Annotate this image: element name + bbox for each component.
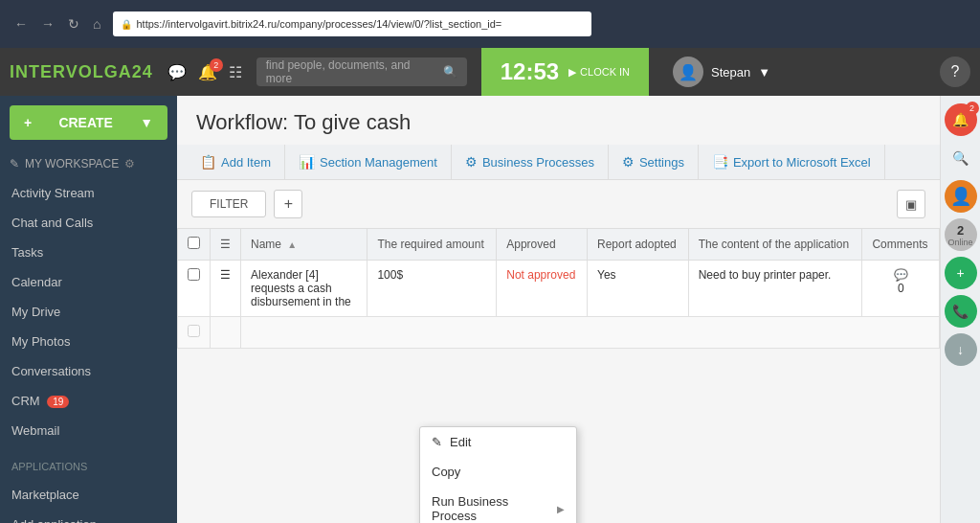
right-add-btn[interactable]: + <box>945 257 977 289</box>
create-button[interactable]: + CREATE ▼ <box>10 105 167 140</box>
content-area: Workflow: To give cash 📋 Add Item 📊 Sect… <box>177 96 940 523</box>
empty-checkbox[interactable] <box>188 325 200 337</box>
settings-icon: ⚙ <box>622 154 635 170</box>
section-management-label: Section Management <box>320 155 437 170</box>
sidebar-item-chat-calls[interactable]: Chat and Calls <box>0 208 177 238</box>
main-layout: + CREATE ▼ ✎ MY WORKSPACE ⚙ Activity Str… <box>0 96 980 523</box>
add-item-icon: 📋 <box>200 154 216 170</box>
sidebar-item-tasks[interactable]: Tasks <box>0 238 177 267</box>
col-comments-header: Comments <box>862 229 940 261</box>
row-name-cell[interactable]: Alexander [4] requests a cash disburseme… <box>241 261 368 317</box>
excel-icon: 📑 <box>712 154 728 170</box>
row-checkbox[interactable] <box>188 268 200 281</box>
home-btn[interactable]: ⌂ <box>88 14 105 34</box>
logo-text: INTERVOLGA <box>10 62 132 81</box>
right-search-btn[interactable]: 🔍 <box>945 142 977 174</box>
plus-icon: + <box>284 195 293 213</box>
tab-export-excel[interactable]: 📑 Export to Microsoft Excel <box>699 145 885 179</box>
row-comments-cell: 💬 0 <box>862 261 940 317</box>
row-checkbox-cell[interactable] <box>178 261 211 317</box>
context-menu-run-bp[interactable]: Run Business Process ▶ <box>420 487 576 523</box>
run-bp-label: Run Business Process <box>432 494 549 523</box>
logo-num: 24 <box>132 62 153 81</box>
right-user-avatar[interactable]: 👤 <box>945 180 977 213</box>
right-search-icon: 🔍 <box>952 150 969 166</box>
clock-in-btn[interactable]: ▶ CLOCK IN <box>568 66 630 79</box>
my-drive-label: My Drive <box>11 305 60 319</box>
col-name-header[interactable]: Name ▲ <box>241 229 368 261</box>
search-bar[interactable]: find people, documents, and more 🔍 <box>256 57 467 86</box>
export-excel-label: Export to Microsoft Excel <box>733 155 871 170</box>
refresh-btn[interactable]: ↻ <box>63 14 84 34</box>
online-label: Online <box>948 238 973 247</box>
business-processes-label: Business Processes <box>482 155 594 170</box>
view-toggle-btn[interactable]: ▣ <box>897 190 925 218</box>
sidebar-item-activity-stream[interactable]: Activity Stream <box>0 178 177 208</box>
online-count: 2 <box>957 223 964 238</box>
sidebar-item-marketplace[interactable]: Marketplace <box>0 480 177 510</box>
sidebar-item-my-photos[interactable]: My Photos <box>0 327 177 356</box>
right-phone-btn[interactable]: 📞 <box>945 295 977 328</box>
right-online-btn[interactable]: 2 Online <box>945 218 977 251</box>
calendar-label: Calendar <box>11 275 62 289</box>
table-row[interactable]: ☰ Alexander [4] requests a cash disburse… <box>178 261 940 317</box>
sidebar: + CREATE ▼ ✎ MY WORKSPACE ⚙ Activity Str… <box>0 96 177 523</box>
activity-stream-label: Activity Stream <box>11 186 95 200</box>
user-area[interactable]: 👤 Stepan ▼ <box>663 57 780 87</box>
sidebar-item-calendar[interactable]: Calendar <box>0 267 177 297</box>
tab-section-management[interactable]: 📊 Section Management <box>285 145 452 179</box>
chat-icon[interactable]: 💬 <box>167 63 187 81</box>
comment-icon: 💬 <box>872 268 929 282</box>
row-actions-cell[interactable]: ☰ <box>211 261 241 317</box>
context-menu: ✎ Edit Copy Run Business Process ▶ Runni… <box>419 426 577 523</box>
select-all-checkbox[interactable] <box>188 237 200 249</box>
row-name-text: Alexander [4] requests a cash disburseme… <box>251 268 351 308</box>
tab-add-item[interactable]: 📋 Add Item <box>187 145 285 179</box>
notification-icon[interactable]: 🔔 2 <box>198 63 217 81</box>
app-header: INTERVOLGA24 💬 🔔 2 ☷ find people, docume… <box>0 48 980 96</box>
row-approved-cell: Not approved <box>497 261 588 317</box>
download-icon: ↓ <box>957 342 964 357</box>
context-menu-edit[interactable]: ✎ Edit <box>420 427 576 457</box>
sidebar-item-webmail[interactable]: Webmail <box>0 416 177 445</box>
forward-btn[interactable]: → <box>36 14 59 34</box>
add-filter-btn[interactable]: + <box>274 190 302 218</box>
not-approved-badge: Not approved <box>506 268 575 282</box>
table-row-empty <box>178 317 940 349</box>
col-check-header <box>178 229 211 261</box>
clock-in-label: CLOCK IN <box>580 66 630 78</box>
empty-actions <box>211 317 241 349</box>
search-icon: 🔍 <box>443 65 457 79</box>
address-bar[interactable]: 🔒 https://intervolgavirt.bitrix24.ru/com… <box>113 11 591 36</box>
copy-label: Copy <box>432 465 460 479</box>
run-bp-arrow: ▶ <box>557 504 565 514</box>
row-content-cell: Need to buy printer paper. <box>688 261 862 317</box>
tab-business-processes[interactable]: ⚙ Business Processes <box>452 145 609 179</box>
row-report-cell: Yes <box>588 261 689 317</box>
workspace-label: MY WORKSPACE <box>25 157 119 171</box>
sidebar-item-conversations[interactable]: Conversations <box>0 356 177 386</box>
right-notification-badge: 2 <box>966 102 979 115</box>
right-notification-btn[interactable]: 🔔 2 <box>945 103 977 136</box>
data-table: ☰ Name ▲ The required amount Approved Re… <box>177 228 940 349</box>
right-download-btn[interactable]: ↓ <box>945 333 977 366</box>
help-btn[interactable]: ? <box>940 57 970 87</box>
edit-icon: ✎ <box>432 435 442 449</box>
add-application-label: Add application <box>11 517 97 523</box>
workspace-gear-icon[interactable]: ⚙ <box>124 157 135 171</box>
filter-button[interactable]: FILTER <box>191 191 266 217</box>
back-btn[interactable]: ← <box>10 14 33 34</box>
lock-icon: 🔒 <box>121 19 132 30</box>
tab-settings[interactable]: ⚙ Settings <box>609 145 699 179</box>
search-placeholder: find people, documents, and more <box>266 58 435 85</box>
toolbar-tabs: 📋 Add Item 📊 Section Management ⚙ Busine… <box>177 145 940 180</box>
sidebar-item-my-drive[interactable]: My Drive <box>0 297 177 327</box>
grid-apps-icon[interactable]: ☷ <box>229 63 242 81</box>
notification-badge: 2 <box>210 58 223 72</box>
chat-calls-label: Chat and Calls <box>11 216 93 230</box>
sidebar-item-crm[interactable]: CRM 19 <box>0 386 177 416</box>
sidebar-item-add-application[interactable]: Add application <box>0 510 177 523</box>
browser-topbar: ← → ↻ ⌂ 🔒 https://intervolgavirt.bitrix2… <box>0 0 980 48</box>
context-menu-copy[interactable]: Copy <box>420 457 576 487</box>
page-title: Workflow: To give cash <box>177 96 940 145</box>
